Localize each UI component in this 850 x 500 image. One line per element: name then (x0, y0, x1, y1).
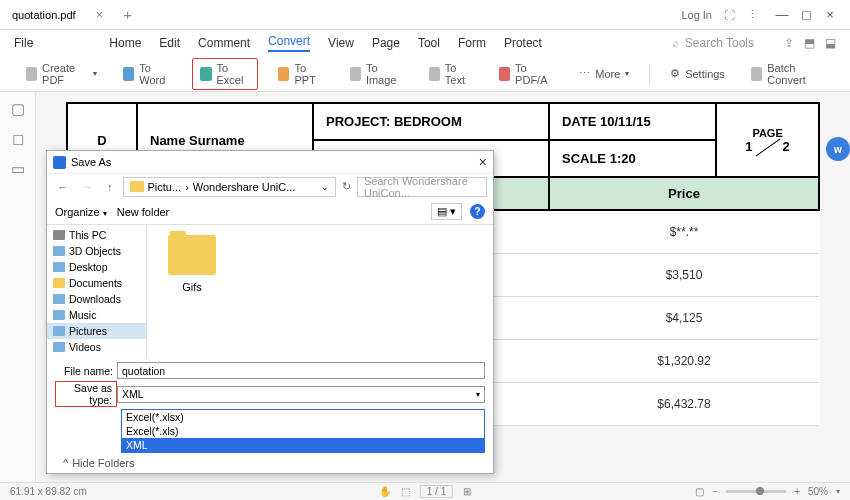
folder-icon (130, 181, 144, 192)
organize-button[interactable]: Organize ▾ (55, 206, 107, 218)
nav-up-icon[interactable]: ↑ (103, 181, 117, 193)
search-placeholder: Search Wondershare UniCon... (364, 175, 480, 199)
menu-comment[interactable]: Comment (198, 36, 250, 50)
tree-item-3d[interactable]: 3D Objects (47, 243, 146, 259)
scale-cell: SCALE 1:20 (549, 140, 716, 177)
fit-page-icon[interactable]: ⊞ (463, 486, 471, 497)
chevron-up-icon: ^ (63, 457, 68, 469)
settings-button[interactable]: ⚙Settings (664, 63, 731, 84)
hide-folders-button[interactable]: ^Hide Folders (63, 457, 135, 469)
search-placeholder: Search Tools (685, 36, 754, 50)
more-button[interactable]: ⋯More▾ (573, 63, 635, 84)
view-options-icon[interactable]: ▤ ▾ (431, 203, 462, 220)
share-icon[interactable]: ⇪ (784, 36, 794, 50)
attachment-icon[interactable]: ▭ (11, 160, 25, 178)
select-tool-icon[interactable]: ⬚ (401, 486, 410, 497)
folder-label: Gifs (157, 281, 227, 293)
thumbnails-icon[interactable]: ▢ (11, 100, 25, 118)
maximize-icon[interactable]: ◻ (794, 7, 818, 22)
bookmark-icon[interactable]: ◻ (12, 130, 24, 148)
dialog-search[interactable]: Search Wondershare UniCon... (357, 177, 487, 197)
date-cell: DATE 10/11/15 (549, 103, 716, 140)
close-window-icon[interactable]: × (818, 7, 842, 22)
layout-icon[interactable]: ▢ (695, 486, 704, 497)
to-pdfa-button[interactable]: To PDF/A (493, 58, 559, 90)
tree-item-music[interactable]: Music (47, 307, 146, 323)
table-cell: $3,510 (549, 254, 819, 297)
to-word-button[interactable]: To Word (117, 58, 178, 90)
format-option-xml[interactable]: XML (122, 438, 484, 452)
login-link[interactable]: Log In (681, 9, 712, 21)
col-price: Price (549, 177, 819, 210)
crumb-segment[interactable]: Wondershare UniC... (193, 181, 296, 193)
save-as-dialog: Save As × ← → ↑ Pictu... › Wondershare U… (46, 150, 494, 474)
format-option-xls[interactable]: Excel(*.xls) (122, 424, 484, 438)
tree-item-documents[interactable]: Documents (47, 275, 146, 291)
gear-icon: ⚙ (670, 67, 680, 80)
page-cell: PAGE 12 (716, 103, 819, 177)
tree-item-pictures[interactable]: Pictures (47, 323, 146, 339)
coordinates: 61.91 x 89.82 cm (10, 486, 87, 497)
nav-forward-icon[interactable]: → (78, 181, 97, 193)
table-cell: $**.** (549, 210, 819, 254)
folder-item-gifs[interactable]: Gifs (157, 235, 227, 293)
breadcrumb[interactable]: Pictu... › Wondershare UniC... ⌄ (123, 177, 337, 197)
page-indicator[interactable]: 1 / 1 (420, 485, 453, 498)
close-tab-icon[interactable]: × (96, 7, 104, 22)
create-pdf-button[interactable]: Create PDF▾ (20, 58, 103, 90)
dialog-close-icon[interactable]: × (479, 154, 487, 170)
to-text-button[interactable]: To Text (423, 58, 479, 90)
refresh-icon[interactable]: ↻ (342, 180, 351, 193)
zoom-out-icon[interactable]: − (712, 486, 718, 497)
format-option-xlsx[interactable]: Excel(*.xlsx) (122, 410, 484, 424)
kebab-icon[interactable]: ⋮ (747, 8, 758, 21)
tree-item-desktop[interactable]: Desktop (47, 259, 146, 275)
folder-tree: This PC 3D Objects Desktop Documents Dow… (47, 225, 147, 358)
zoom-value[interactable]: 50% (808, 486, 828, 497)
dialog-title: Save As (71, 156, 111, 168)
batch-convert-button[interactable]: Batch Convert (745, 58, 830, 90)
zoom-slider[interactable] (726, 490, 786, 493)
search-icon: ⌕ (672, 36, 679, 50)
save-type-dropdown: Excel(*.xlsx) Excel(*.xls) XML (121, 409, 485, 453)
gift-icon[interactable]: ⛶ (724, 9, 735, 21)
nav-back-icon[interactable]: ← (53, 181, 72, 193)
table-cell: $4,125 (549, 297, 819, 340)
tree-item-downloads[interactable]: Downloads (47, 291, 146, 307)
tree-item-this-pc[interactable]: This PC (47, 227, 146, 243)
to-excel-button[interactable]: To Excel (192, 58, 258, 90)
tree-item-videos[interactable]: Videos (47, 339, 146, 355)
menu-tool[interactable]: Tool (418, 36, 440, 50)
menu-page[interactable]: Page (372, 36, 400, 50)
folder-icon (168, 235, 216, 275)
help-icon[interactable]: ? (470, 204, 485, 219)
zoom-in-icon[interactable]: + (794, 486, 800, 497)
file-name-input[interactable] (117, 362, 485, 379)
app-icon (53, 156, 66, 169)
new-folder-button[interactable]: New folder (117, 206, 170, 218)
table-cell: $1,320.92 (549, 340, 819, 383)
document-tab[interactable]: quotation.pdf × (0, 0, 115, 29)
search-tools[interactable]: ⌕ Search Tools (672, 36, 754, 50)
word-badge-icon[interactable]: w (826, 137, 850, 161)
save-type-label: Save as type: (55, 381, 117, 407)
to-ppt-button[interactable]: To PPT (272, 58, 329, 90)
save-icon[interactable]: ⬓ (825, 36, 836, 50)
menu-convert[interactable]: Convert (268, 34, 310, 52)
menu-file[interactable]: File (14, 36, 33, 50)
project-cell: PROJECT: BEDROOM (313, 103, 549, 140)
to-image-button[interactable]: To Image (344, 58, 409, 90)
add-tab-icon[interactable]: + (123, 6, 132, 23)
table-cell: $6,432.78 (549, 383, 819, 426)
tab-title: quotation.pdf (12, 9, 76, 21)
menu-edit[interactable]: Edit (159, 36, 180, 50)
menu-protect[interactable]: Protect (504, 36, 542, 50)
menu-home[interactable]: Home (109, 36, 141, 50)
menu-view[interactable]: View (328, 36, 354, 50)
crumb-segment[interactable]: Pictu... (148, 181, 182, 193)
hand-tool-icon[interactable]: ✋ (379, 486, 391, 497)
minimize-icon[interactable]: — (770, 7, 794, 22)
cloud-icon[interactable]: ⬒ (804, 36, 815, 50)
menu-form[interactable]: Form (458, 36, 486, 50)
save-type-select[interactable]: XML▾ (117, 386, 485, 403)
